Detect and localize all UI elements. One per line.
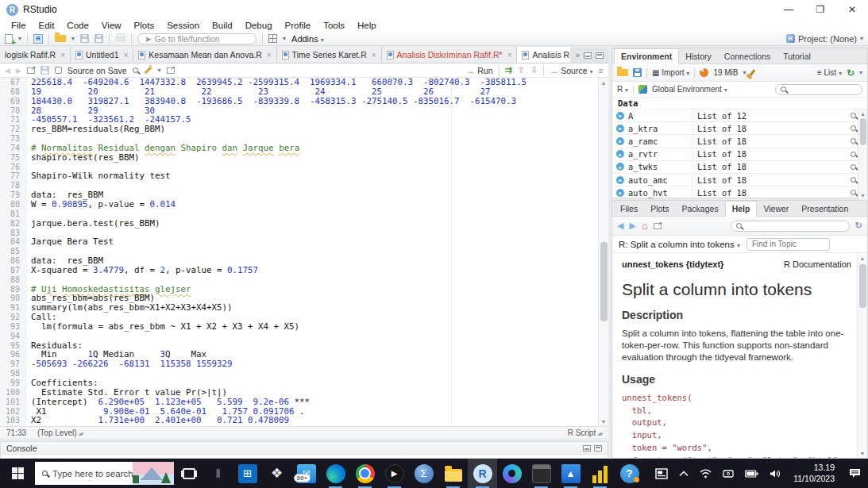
- powerbi-icon[interactable]: [585, 459, 615, 488]
- tab-presentation[interactable]: Presentation: [795, 202, 854, 216]
- inspect-icon[interactable]: [851, 113, 856, 118]
- back-icon[interactable]: ◀: [5, 67, 10, 75]
- find-replace-icon[interactable]: [133, 67, 138, 73]
- tab-environment[interactable]: Environment: [614, 48, 679, 64]
- menu-debug[interactable]: Debug: [239, 21, 279, 30]
- wifi-icon[interactable]: [694, 459, 717, 488]
- battery-icon[interactable]: [739, 459, 764, 488]
- expand-icon[interactable]: ▶: [616, 137, 624, 145]
- scroll-up-icon[interactable]: ▲: [860, 253, 866, 263]
- scrollbar-thumb[interactable]: [600, 242, 608, 321]
- minimize-pane-icon[interactable]: [584, 52, 592, 59]
- menu-profile[interactable]: Profile: [279, 21, 318, 30]
- open-in-window-icon[interactable]: [27, 67, 35, 74]
- save-workspace-icon[interactable]: [633, 68, 642, 77]
- close-icon[interactable]: ×: [123, 51, 128, 60]
- tab-tutorial[interactable]: Tutorial: [777, 49, 817, 63]
- edge-icon[interactable]: [321, 459, 350, 488]
- environment-selector[interactable]: Global Environment ▾: [652, 85, 727, 94]
- close-button[interactable]: ✕: [836, 0, 868, 19]
- terminal-icon[interactable]: [527, 459, 556, 488]
- action-center-icon[interactable]: [841, 459, 868, 488]
- tab-overflow-icon[interactable]: »: [575, 51, 580, 60]
- help-back-icon[interactable]: ◀: [617, 221, 623, 231]
- inspect-icon[interactable]: [851, 164, 856, 170]
- close-icon[interactable]: ×: [60, 51, 65, 60]
- environment-scrollbar[interactable]: ▲▼: [858, 110, 867, 199]
- env-object-row[interactable]: ▶AList of 12: [612, 110, 867, 122]
- environment-search-input[interactable]: [775, 84, 862, 95]
- help-refresh-icon[interactable]: ↻: [855, 221, 862, 231]
- rerun-icon[interactable]: ⇉: [505, 65, 512, 75]
- inspect-icon[interactable]: [851, 152, 856, 157]
- forward-icon[interactable]: ▶: [16, 67, 21, 75]
- news-icon[interactable]: [650, 459, 673, 488]
- stats-app-icon[interactable]: Σ: [409, 459, 438, 488]
- ime-icon[interactable]: [717, 459, 739, 488]
- close-icon[interactable]: ×: [507, 51, 512, 60]
- tab-help[interactable]: Help: [725, 201, 758, 217]
- maximize-pane-icon[interactable]: [596, 52, 604, 59]
- expand-icon[interactable]: ▶: [616, 112, 624, 120]
- editor-tab[interactable]: Time Series Karet.R×: [277, 47, 382, 63]
- env-object-row[interactable]: ▶a_rvtrList of 18: [612, 148, 867, 161]
- volume-icon[interactable]: [764, 459, 787, 488]
- env-object-row[interactable]: ▶auto_amcList of 18: [612, 174, 867, 186]
- menu-view[interactable]: View: [95, 21, 128, 30]
- close-icon[interactable]: ×: [372, 51, 376, 60]
- taskbar-clock[interactable]: 13.19 11/10/2023: [787, 463, 841, 483]
- help-open-in-window-icon[interactable]: [654, 223, 662, 229]
- photos-icon[interactable]: ▲: [556, 459, 585, 488]
- console-minimize-icon[interactable]: [583, 445, 591, 451]
- code-tools-icon[interactable]: [144, 67, 152, 75]
- addins-menu[interactable]: Addins ▾: [291, 34, 324, 44]
- env-object-row[interactable]: ▶a_ktraList of 18: [612, 122, 867, 135]
- source-button[interactable]: → Source ▾: [550, 66, 592, 75]
- go-next-chunk-icon[interactable]: ⇩: [530, 65, 538, 75]
- menu-tools[interactable]: Tools: [317, 21, 351, 30]
- memory-usage-icon[interactable]: [700, 68, 708, 77]
- taskbar-search-input[interactable]: Type here to search: [35, 462, 174, 485]
- ms-store-icon[interactable]: ⊞: [233, 459, 262, 488]
- help-search-input[interactable]: [731, 221, 850, 232]
- find-in-topic-input[interactable]: [746, 238, 830, 251]
- code-editor[interactable]: 67225618.4 -649204.6 1447332.8 2639945.2…: [0, 78, 608, 426]
- inspect-icon[interactable]: [851, 177, 856, 183]
- list-view-selector[interactable]: ≡ List ▾: [817, 68, 842, 77]
- inspect-icon[interactable]: [851, 125, 856, 131]
- scrollbar-thumb[interactable]: [859, 264, 866, 308]
- tab-viewer[interactable]: Viewer: [757, 202, 795, 216]
- tab-packages[interactable]: Packages: [676, 202, 725, 216]
- expand-icon[interactable]: ▶: [616, 163, 624, 171]
- inspect-icon[interactable]: [851, 138, 856, 144]
- start-button[interactable]: [0, 459, 35, 488]
- new-file-dropdown[interactable]: ▾: [18, 35, 21, 42]
- menu-file[interactable]: File: [5, 21, 33, 30]
- scope-selector[interactable]: (Top Level) ▴▾: [37, 428, 83, 437]
- source-on-save-checkbox[interactable]: [55, 67, 62, 74]
- goto-file-function-input[interactable]: ➤ Go to file/function: [137, 33, 257, 44]
- tab-connections[interactable]: Connections: [718, 49, 777, 63]
- menu-edit[interactable]: Edit: [33, 21, 61, 30]
- pane-layout-icon[interactable]: [268, 34, 277, 43]
- save-icon[interactable]: [80, 34, 89, 43]
- open-file-icon[interactable]: [55, 35, 66, 42]
- search-highlight-image[interactable]: [133, 462, 174, 485]
- menu-plots[interactable]: Plots: [128, 21, 161, 30]
- close-icon[interactable]: ×: [267, 51, 272, 60]
- env-object-row[interactable]: ▶a_twksList of 18: [612, 161, 867, 174]
- refresh-icon[interactable]: ↻: [847, 67, 854, 79]
- tab-plots[interactable]: Plots: [644, 202, 675, 216]
- project-menu[interactable]: R Project: (None) ▾: [786, 34, 863, 44]
- media-player-icon[interactable]: ▶: [380, 459, 409, 488]
- help-app-icon[interactable]: ?: [615, 459, 644, 488]
- save-all-icon[interactable]: [95, 34, 103, 43]
- expand-icon[interactable]: ▶: [616, 125, 624, 133]
- menu-session[interactable]: Session: [160, 21, 206, 30]
- new-project-icon[interactable]: R: [33, 34, 43, 44]
- chrome-icon[interactable]: [350, 459, 380, 488]
- editor-tab[interactable]: Kesamaan Mean dan Anova.R×: [133, 47, 276, 63]
- tab-files[interactable]: Files: [614, 202, 644, 216]
- scroll-up-icon[interactable]: ▲: [601, 78, 607, 87]
- expand-icon[interactable]: ▶: [616, 176, 624, 184]
